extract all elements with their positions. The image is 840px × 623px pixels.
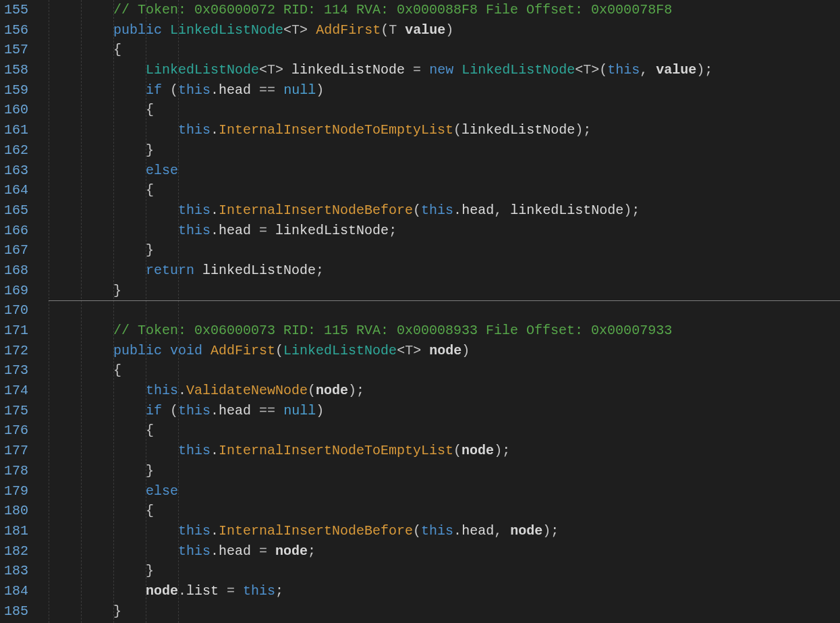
code-line[interactable]: public LinkedListNode<T> AddFirst(T valu… [49, 20, 840, 40]
code-line[interactable]: } [49, 461, 840, 481]
code-token: linkedListNode [283, 62, 413, 78]
code-token [162, 22, 170, 38]
line-number: 168 [0, 261, 28, 281]
code-token: InternalInsertNodeToEmptyList [219, 443, 453, 458]
line-number: 180 [0, 501, 28, 521]
code-token: head [219, 223, 251, 238]
code-token: , [494, 202, 502, 218]
code-token: this [178, 523, 211, 539]
code-token: { [113, 42, 121, 57]
code-token: < [283, 22, 291, 38]
code-token: > [591, 62, 599, 78]
code-token: ) [696, 62, 704, 78]
code-token: { [146, 423, 154, 438]
code-token: this [243, 583, 275, 599]
code-content[interactable]: // Token: 0x06000072 RID: 114 RVA: 0x000… [36, 0, 840, 623]
code-editor[interactable]: 1551561571581591601611621631641651661671… [0, 0, 840, 623]
code-token: head [461, 202, 494, 218]
code-line[interactable]: return linkedListNode; [49, 261, 840, 281]
code-token: this [178, 122, 211, 138]
code-token: ; [551, 523, 559, 539]
code-line[interactable]: this.ValidateNewNode(node); [49, 381, 840, 401]
line-number: 158 [0, 60, 28, 80]
code-line[interactable]: } [49, 601, 840, 622]
line-number: 164 [0, 180, 28, 200]
code-line[interactable]: { [49, 40, 840, 60]
line-number: 167 [0, 240, 28, 261]
code-token: . [211, 202, 219, 218]
code-line[interactable]: this.InternalInsertNodeBefore(this.head,… [49, 521, 840, 541]
code-line[interactable]: { [49, 360, 840, 381]
code-token: } [113, 283, 121, 298]
line-number: 161 [0, 120, 28, 140]
line-number: 166 [0, 221, 28, 241]
code-token: T [583, 62, 591, 78]
code-line[interactable]: this.InternalInsertNodeToEmptyList(linke… [49, 120, 840, 140]
code-line[interactable]: node.list = this; [49, 581, 840, 601]
code-line[interactable] [49, 300, 840, 321]
line-number: 174 [0, 381, 28, 401]
code-token: ( [453, 443, 461, 458]
line-number: 162 [0, 140, 28, 161]
code-token: T [389, 22, 397, 38]
code-token: node [461, 443, 494, 458]
code-line[interactable]: // Token: 0x06000073 RID: 115 RVA: 0x000… [49, 321, 840, 341]
code-line[interactable]: { [49, 501, 840, 521]
code-token: } [113, 603, 121, 619]
code-line[interactable]: else [49, 481, 840, 502]
code-line[interactable]: } [49, 281, 840, 301]
line-number: 184 [0, 581, 28, 601]
code-token: node [510, 523, 542, 539]
code-token: } [146, 142, 154, 158]
code-line[interactable]: LinkedListNode<T> linkedListNode = new L… [49, 60, 840, 80]
code-line[interactable]: { [49, 421, 840, 441]
code-line[interactable]: { [49, 180, 840, 200]
code-token: ) [542, 523, 551, 539]
code-token: ( [162, 82, 178, 98]
code-line[interactable]: this.InternalInsertNodeBefore(this.head,… [49, 200, 840, 221]
code-token: ValidateNewNode [186, 383, 308, 398]
code-token: . [211, 223, 219, 238]
code-token: < [259, 62, 267, 78]
code-line[interactable]: } [49, 240, 840, 261]
code-line[interactable]: } [49, 140, 840, 161]
code-token: } [146, 463, 154, 479]
code-token: . [211, 443, 219, 458]
line-number: 182 [0, 541, 28, 562]
code-token: head [461, 523, 494, 539]
line-number: 179 [0, 481, 28, 502]
code-line[interactable]: } [49, 561, 840, 581]
code-token: > [275, 62, 283, 78]
code-token: . [211, 543, 219, 559]
code-line[interactable]: this.InternalInsertNodeToEmptyList(node)… [49, 441, 840, 461]
line-number: 170 [0, 300, 28, 321]
code-token: . [211, 82, 219, 98]
code-line[interactable]: // Token: 0x06000072 RID: 114 RVA: 0x000… [49, 0, 840, 20]
code-token: this [178, 202, 211, 218]
code-line[interactable]: this.head = linkedListNode; [49, 221, 840, 241]
line-number: 176 [0, 421, 28, 441]
code-token: ; [502, 443, 510, 458]
code-token: node [275, 543, 308, 559]
line-number: 181 [0, 521, 28, 541]
code-token [219, 583, 227, 599]
code-token: head [219, 82, 251, 98]
code-token: else [146, 163, 178, 178]
code-token: ( [413, 202, 421, 218]
code-token: ) [575, 122, 583, 138]
code-line[interactable]: public void AddFirst(LinkedListNode<T> n… [49, 341, 840, 361]
code-token [453, 62, 461, 78]
line-number: 156 [0, 20, 28, 40]
code-line[interactable]: if (this.head == null) [49, 401, 840, 421]
code-line[interactable]: { [49, 100, 840, 120]
code-line[interactable]: this.head = node; [49, 541, 840, 562]
code-line[interactable]: if (this.head == null) [49, 80, 840, 101]
code-line[interactable]: else [49, 161, 840, 181]
code-token [275, 82, 283, 98]
code-token [308, 22, 316, 38]
code-token: } [146, 563, 154, 578]
code-token: // Token: 0x06000072 RID: 114 RVA: 0x000… [113, 2, 672, 18]
code-token: linkedListNode [194, 263, 316, 278]
code-token: ) [461, 343, 470, 358]
line-number: 171 [0, 321, 28, 341]
